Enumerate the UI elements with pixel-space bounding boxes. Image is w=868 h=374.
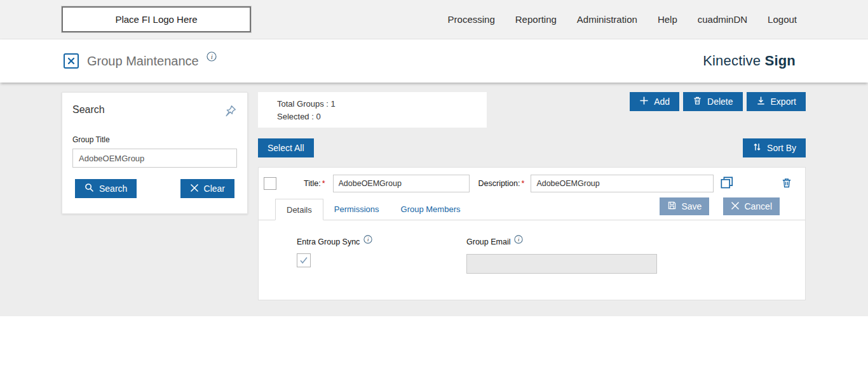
page-info-icon[interactable]: i [207, 51, 217, 62]
group-email-field: Group Email i [466, 237, 657, 274]
clear-button[interactable]: Clear [180, 179, 234, 198]
save-button[interactable]: Save [660, 197, 709, 215]
delete-button-label: Delete [707, 97, 733, 107]
group-maintenance-icon [63, 53, 79, 69]
selected-count: Selected : 0 [277, 110, 468, 123]
row-select-checkbox[interactable] [264, 177, 276, 190]
copy-icon [720, 176, 733, 191]
top-bar: Place FI Logo Here Processing Reporting … [0, 0, 868, 39]
delete-button[interactable]: Delete [683, 92, 742, 111]
brand-logo: Kinective Sign [703, 53, 796, 69]
cancel-x-icon [731, 201, 740, 212]
details-tab-content: Entra Group Sync i [259, 220, 805, 274]
plus-icon [639, 96, 649, 107]
clear-button-label: Clear [204, 184, 225, 194]
group-title-input[interactable] [72, 149, 237, 168]
save-button-label: Save [681, 201, 702, 211]
tab-group-members[interactable]: Group Members [390, 198, 471, 220]
entra-sync-checkbox[interactable] [297, 253, 311, 267]
copy-group-button[interactable] [720, 176, 733, 191]
description-input[interactable] [531, 175, 714, 192]
clear-x-icon [190, 184, 199, 194]
group-row-header: Title:* Description:* [259, 168, 805, 198]
nav-help[interactable]: Help [658, 14, 677, 25]
brand-suffix: Sign [765, 53, 796, 69]
search-button-label: Search [99, 184, 127, 194]
svg-text:i: i [519, 236, 520, 243]
total-groups-count: Total Groups : 1 [277, 98, 468, 110]
description-label: Description:* [478, 179, 525, 188]
sort-by-label: Sort By [767, 143, 796, 153]
svg-text:i: i [367, 236, 369, 243]
main-content: Search Group Title Search [0, 83, 868, 316]
search-panel-title: Search [72, 104, 105, 116]
summary-card: Total Groups : 1 Selected : 0 [258, 92, 487, 128]
entra-info-icon[interactable]: i [363, 235, 372, 244]
search-panel: Search Group Title Search [62, 92, 248, 214]
group-tabs: Details Permissions Group Members Save [259, 198, 805, 220]
svg-text:i: i [211, 53, 213, 60]
download-icon [756, 96, 766, 107]
group-row-card: Title:* Description:* [258, 167, 806, 300]
groups-area: Total Groups : 1 Selected : 0 Add [258, 92, 806, 300]
nav-processing[interactable]: Processing [448, 14, 495, 25]
group-email-input [466, 254, 657, 274]
title-input[interactable] [333, 175, 470, 192]
save-floppy-icon [667, 201, 677, 212]
group-email-label: Group Email [466, 237, 510, 246]
trash-icon [693, 96, 702, 107]
description-required-marker: * [522, 179, 525, 188]
export-button[interactable]: Export [747, 92, 806, 111]
title-label: Title:* [304, 179, 325, 188]
sort-by-button[interactable]: Sort By [743, 138, 806, 157]
top-nav: Processing Reporting Administration Help… [448, 14, 797, 25]
title-required-marker: * [322, 179, 325, 188]
add-button-label: Add [654, 97, 670, 107]
save-cancel-actions: Save Cancel [660, 197, 780, 215]
cancel-button[interactable]: Cancel [723, 197, 780, 215]
brand-name: Kinective [703, 53, 761, 69]
entra-group-sync-field: Entra Group Sync i [297, 237, 466, 274]
delete-group-row-button[interactable] [781, 177, 792, 190]
nav-reporting[interactable]: Reporting [515, 14, 557, 25]
trash-icon [781, 177, 792, 190]
search-icon [85, 183, 94, 194]
tab-details[interactable]: Details [275, 199, 323, 220]
entra-group-sync-label: Entra Group Sync [297, 237, 360, 246]
export-button-label: Export [771, 97, 796, 107]
group-actions: Add Delete Export [630, 92, 806, 111]
search-button[interactable]: Search [75, 179, 137, 198]
page-title-group: Group Maintenance i [63, 53, 217, 69]
add-button[interactable]: Add [630, 92, 679, 111]
fi-logo-text: Place FI Logo Here [115, 14, 197, 25]
nav-administration[interactable]: Administration [577, 14, 637, 25]
nav-user-cuadmindn[interactable]: cuadminDN [698, 14, 747, 25]
group-title-label: Group Title [72, 135, 237, 144]
group-email-info-icon[interactable]: i [514, 235, 523, 244]
pin-icon[interactable] [224, 104, 237, 120]
select-all-button[interactable]: Select All [258, 138, 314, 157]
sort-arrows-icon [752, 142, 762, 154]
tab-permissions[interactable]: Permissions [323, 198, 390, 220]
fi-logo-placeholder: Place FI Logo Here [62, 6, 251, 32]
page-title: Group Maintenance [87, 54, 199, 69]
nav-logout[interactable]: Logout [768, 14, 797, 25]
page-header-bar: Group Maintenance i Kinective Sign [0, 39, 868, 83]
cancel-button-label: Cancel [744, 201, 772, 211]
select-all-label: Select All [268, 143, 304, 153]
